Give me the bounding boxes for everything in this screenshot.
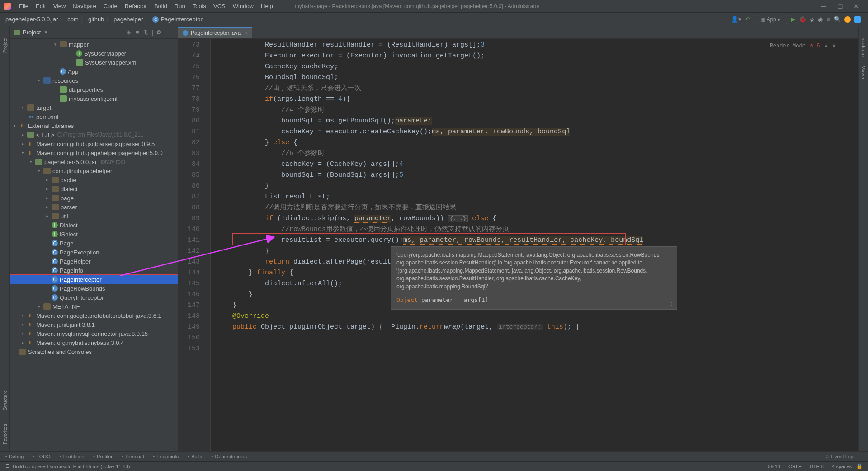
menu-refactor[interactable]: Refactor — [121, 3, 151, 9]
code-line[interactable]: //调用方法判断是否需要进行分页，如果不需要，直接返回结果 — [216, 203, 858, 213]
tree-row[interactable]: ⊪Maven: com.github.pagehelper:pagehelper… — [10, 148, 178, 157]
locate-icon[interactable]: ⊕ — [126, 29, 131, 36]
gutter-tab-project[interactable]: Project — [2, 38, 8, 53]
tree-row[interactable]: CPageRowBounds — [10, 284, 178, 293]
tree-row[interactable]: page — [10, 193, 178, 203]
minimize-icon[interactable]: ─ — [816, 3, 832, 10]
menu-build[interactable]: Build — [151, 3, 171, 9]
tree-row[interactable]: CPageInterceptor — [10, 275, 178, 284]
menu-run[interactable]: Run — [171, 3, 189, 9]
tree-row[interactable]: util — [10, 212, 178, 221]
tree-row[interactable]: CPageInfo — [10, 266, 178, 275]
tree-row[interactable]: mpom.xml — [10, 112, 178, 121]
chevron-down-icon[interactable]: ▼ — [43, 30, 48, 35]
tree-arrow-icon[interactable] — [38, 304, 43, 309]
run-configuration[interactable]: ▦ App ▾ — [754, 15, 787, 24]
menu-view[interactable]: View — [49, 3, 69, 9]
stop-icon[interactable]: ■ — [826, 16, 830, 23]
breadcrumb-part[interactable]: pagehelper-5.0.0.jar — [5, 16, 58, 23]
code-line[interactable]: //4 个参数时 — [216, 105, 858, 116]
menu-edit[interactable]: Edit — [32, 3, 49, 9]
tree-row[interactable]: META-INF — [10, 302, 178, 311]
code-editor[interactable]: Reader Mode ⊘ 6 ∧ ∨ 73747576777879808182… — [178, 39, 858, 451]
tree-row[interactable]: CQueryInterceptor — [10, 293, 178, 302]
tree-row[interactable]: parser — [10, 203, 178, 212]
tree-arrow-icon[interactable] — [22, 322, 27, 327]
tree-row[interactable]: < 1.8 >C:\Program Files\Java\jdk1.8.0_21… — [10, 130, 178, 139]
tree-arrow-icon[interactable] — [46, 178, 52, 182]
tree-row[interactable]: SysUserMapper.xml — [10, 58, 178, 67]
project-tree[interactable]: mapperISysUserMapperSysUserMapper.xmlCAp… — [10, 39, 178, 451]
debug-icon[interactable]: 🐞 — [799, 16, 806, 23]
breadcrumb-part[interactable]: pagehelper — [113, 16, 143, 23]
code-line[interactable]: ResultHandler resultHandler = (ResultHan… — [216, 40, 858, 51]
tree-row[interactable]: ⊪Maven: org.mybatis:mybatis:3.0.4 — [10, 338, 178, 347]
tree-arrow-icon[interactable] — [22, 132, 27, 137]
tree-arrow-icon[interactable] — [22, 141, 27, 146]
code-line[interactable]: //6 个参数时 — [216, 148, 858, 159]
ide-notification-icon[interactable] — [844, 16, 851, 23]
tree-arrow-icon[interactable] — [22, 331, 27, 336]
tree-arrow-icon[interactable] — [46, 214, 52, 218]
tree-row[interactable]: IISelect — [10, 230, 178, 239]
code-line[interactable]: cacheKey = executor.createCacheKey();ms,… — [216, 127, 858, 137]
file-encoding[interactable]: UTF-8 — [810, 464, 824, 469]
menu-help[interactable]: Help — [257, 3, 277, 9]
line-separator[interactable]: CRLF — [788, 464, 802, 469]
tree-row[interactable]: resources — [10, 76, 178, 85]
menu-navigate[interactable]: Navigate — [69, 3, 99, 9]
caret-position[interactable]: 59:14 — [768, 464, 781, 469]
gutter-tab-database[interactable]: Database — [861, 35, 866, 57]
profile-icon[interactable]: ◉ — [818, 16, 823, 23]
code-line[interactable]: List resultList; — [216, 192, 858, 203]
code-line[interactable]: boundSql = ms.getBoundSql();parameter — [216, 116, 858, 127]
maximize-icon[interactable]: ☐ — [832, 3, 848, 10]
breadcrumb-part[interactable]: github — [88, 16, 104, 23]
code-line[interactable]: cacheKey = (CacheKey) args[];4 — [216, 159, 858, 170]
tree-row[interactable]: pagehelper-5.0.0.jarlibrary root — [10, 157, 178, 166]
tree-row[interactable]: CApp — [10, 67, 178, 76]
tree-row[interactable]: com.github.pagehelper — [10, 166, 178, 175]
coverage-icon[interactable]: ⬙ — [810, 16, 814, 23]
tree-row[interactable]: CPageException — [10, 248, 178, 257]
run-icon[interactable]: ▶ — [791, 16, 795, 23]
code-line[interactable]: resultList = executor.query();ms, parame… — [189, 235, 858, 246]
bottom-tool-debug[interactable]: ▪Debug — [5, 454, 24, 459]
tree-row[interactable]: target — [10, 103, 178, 112]
breadcrumb[interactable]: pagehelper-5.0.0.jar〉com〉github〉pagehelp… — [5, 15, 203, 24]
tree-arrow-icon[interactable] — [38, 169, 43, 173]
code-content[interactable]: ResultHandler resultHandler = (ResultHan… — [211, 39, 858, 451]
user-icon[interactable]: 👤▾ — [731, 16, 741, 23]
code-line[interactable]: boundSql = (BoundSql) args[];5 — [216, 170, 858, 181]
bottom-tool-terminal[interactable]: ▪Terminal — [122, 454, 144, 459]
code-line[interactable]: CacheKey cacheKey; — [216, 61, 858, 72]
tree-arrow-icon[interactable] — [38, 78, 43, 83]
tree-row[interactable]: ISysUserMapper — [10, 49, 178, 58]
tree-arrow-icon[interactable] — [22, 151, 27, 155]
tree-row[interactable]: dialect — [10, 184, 178, 193]
bottom-tool-profiler[interactable]: ▪Profiler — [93, 454, 113, 459]
bottom-tool-dependencies[interactable]: ▪Dependencies — [212, 454, 247, 459]
search-icon[interactable]: 🔍 — [834, 16, 841, 23]
tree-row[interactable]: ⊪Maven: mysql:mysql-connector-java:8.0.1… — [10, 329, 178, 338]
close-icon[interactable]: ✕ — [848, 3, 864, 10]
more-icon[interactable]: ⋮ — [669, 299, 674, 307]
tree-row[interactable]: ⊪External Libraries — [10, 121, 178, 130]
tree-row[interactable]: db.properties — [10, 85, 178, 94]
tree-row[interactable]: CPage — [10, 239, 178, 248]
tree-row[interactable]: cache — [10, 175, 178, 184]
code-line[interactable]: } — [216, 181, 858, 192]
tree-row[interactable]: mybatis-config.xml — [10, 94, 178, 103]
ide-badge-icon[interactable] — [854, 16, 861, 23]
menu-tools[interactable]: Tools — [189, 3, 210, 9]
gutter-tab-favorites[interactable]: Favorites — [2, 424, 8, 444]
tree-row[interactable]: Scratches and Consoles — [10, 347, 178, 356]
indent-setting[interactable]: 4 spaces — [832, 464, 852, 469]
menu-file[interactable]: File — [15, 3, 32, 9]
status-hamburger-icon[interactable]: ☰ — [5, 463, 10, 469]
back-arrow-icon[interactable]: ↶ — [745, 16, 750, 23]
tab-page-interceptor[interactable]: PageInterceptor.java × — [178, 27, 252, 38]
code-line[interactable]: //rowBounds用参数值，不使用分页插件处理时，仍然支持默认的内存分页 — [216, 224, 858, 235]
bottom-tool-build[interactable]: ▪Build — [188, 454, 202, 459]
tree-row[interactable]: ⊪Maven: junit:junit:3.8.1 — [10, 320, 178, 329]
